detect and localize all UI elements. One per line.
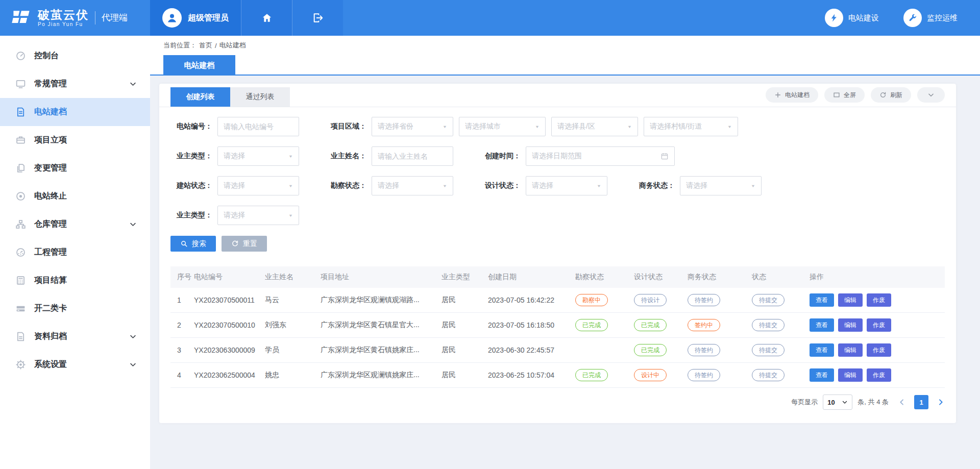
void-button[interactable]: 作废 <box>867 293 891 307</box>
sidebar-item-system-settings[interactable]: 系统设置 <box>0 351 150 379</box>
sidebar-item-station-termination[interactable]: 电站终止 <box>0 182 150 210</box>
sidebar-item-station-filing[interactable]: 电站建档 <box>0 98 150 126</box>
build-status-label: 建站状态： <box>170 181 217 190</box>
city-select[interactable]: 请选择城市▼ <box>459 117 546 136</box>
collapse-toolbar-button[interactable] <box>917 87 945 103</box>
person-icon <box>166 12 178 24</box>
edit-button[interactable]: 编辑 <box>838 368 863 382</box>
sidebar-item-engineering-mgmt[interactable]: 工程管理 <box>0 238 150 266</box>
nav-station-build[interactable]: 电站建设 <box>825 9 879 27</box>
edit-button[interactable]: 编辑 <box>838 293 863 307</box>
survey-status-select[interactable]: 请选择▼ <box>372 176 453 195</box>
survey-status-label: 勘察状态： <box>325 181 372 190</box>
county-select[interactable]: 请选择县/区▼ <box>551 117 638 136</box>
table-row: 2 YX2023070500010 刘强东 广东深圳龙华区黄石镇星官大... 居… <box>170 313 945 338</box>
col-owner-type: 业主类型 <box>442 273 488 282</box>
search-label: 搜索 <box>192 239 206 249</box>
design-status-select[interactable]: 请选择▼ <box>526 176 607 195</box>
fullscreen-button[interactable]: 全屏 <box>824 87 865 103</box>
nav-monitor-ops-label: 监控运维 <box>927 13 958 23</box>
header-nav: 电站建设 监控运维 <box>825 0 980 36</box>
nav-monitor-ops[interactable]: 监控运维 <box>903 9 958 27</box>
sidebar-item-console[interactable]: 控制台 <box>0 42 150 70</box>
col-station-id: 电站编号 <box>194 273 265 282</box>
view-button[interactable]: 查看 <box>810 318 834 332</box>
void-button[interactable]: 作废 <box>867 343 891 357</box>
document-icon <box>15 107 26 117</box>
total-count-label: 条, 共 4 条 <box>857 398 889 407</box>
province-select[interactable]: 请选择省份▼ <box>372 117 453 136</box>
pagination: 每页显示 10 条, 共 4 条 1 <box>159 394 945 410</box>
logout-button[interactable] <box>292 0 343 36</box>
sitemap-icon <box>15 219 26 230</box>
sidebar-item-change-mgmt[interactable]: 变更管理 <box>0 154 150 182</box>
col-actions: 操作 <box>810 273 945 282</box>
sidebar-item-project-initiation[interactable]: 项目立项 <box>0 126 150 154</box>
void-button[interactable]: 作废 <box>867 318 891 332</box>
status-badge: 签约中 <box>688 319 720 331</box>
sidebar-item-project-settlement[interactable]: 项目结算 <box>0 266 150 294</box>
chevron-down-icon <box>129 80 137 88</box>
station-no-input[interactable] <box>217 117 299 136</box>
sidebar-item-general-mgmt[interactable]: 常规管理 <box>0 70 150 98</box>
col-business-status: 商务状态 <box>688 273 752 282</box>
owner-name-input[interactable] <box>372 146 453 166</box>
file-icon <box>15 331 26 342</box>
col-index: 序号 <box>170 273 194 282</box>
date-range-picker[interactable]: 请选择日期范围 <box>526 146 675 166</box>
sidebar-item-label: 控制台 <box>34 51 59 61</box>
col-address: 项目地址 <box>321 273 442 282</box>
view-button[interactable]: 查看 <box>810 343 834 357</box>
user-menu[interactable]: 超级管理员 <box>150 0 241 36</box>
tab-create-list[interactable]: 创建列表 <box>170 87 230 107</box>
next-page-button[interactable] <box>937 398 945 406</box>
col-design-status: 设计状态 <box>634 273 688 282</box>
owner-type-select[interactable]: 请选择▼ <box>217 146 299 166</box>
tab-passed-list[interactable]: 通过列表 <box>230 87 290 107</box>
caret-down-icon: ▼ <box>724 125 732 129</box>
home-button[interactable] <box>241 0 292 36</box>
status-badge: 待提交 <box>752 319 785 331</box>
void-button[interactable]: 作废 <box>867 368 891 382</box>
view-button[interactable]: 查看 <box>810 368 834 382</box>
breadcrumb-home[interactable]: 首页 <box>199 41 212 50</box>
avatar[interactable] <box>162 8 182 28</box>
station-no-label: 电站编号： <box>170 122 217 131</box>
refresh-button[interactable]: 刷新 <box>871 87 911 103</box>
lightning-icon <box>829 13 839 22</box>
view-button[interactable]: 查看 <box>810 293 834 307</box>
search-icon <box>180 240 188 248</box>
sidebar-item-label: 电站终止 <box>34 191 67 202</box>
status-badge: 勘察中 <box>575 294 608 306</box>
status-badge: 设计中 <box>634 369 667 381</box>
page-number-button[interactable]: 1 <box>914 395 928 409</box>
sidebar-item-label: 开二类卡 <box>34 303 67 314</box>
build-status-select[interactable]: 请选择▼ <box>217 176 299 195</box>
refresh-icon <box>879 91 887 98</box>
sidebar-item-class2-card[interactable]: 开二类卡 <box>0 294 150 323</box>
logout-icon <box>312 12 324 23</box>
owner-type2-select[interactable]: 请选择▼ <box>217 206 299 225</box>
add-station-button[interactable]: 电站建档 <box>766 87 818 103</box>
table-row: 1 YX2023070500011 马云 广东深圳龙华区观澜镇观湖路... 居民… <box>170 288 945 313</box>
caret-down-icon: ▼ <box>439 184 447 188</box>
edit-button[interactable]: 编辑 <box>838 343 863 357</box>
create-time-label: 创建时间： <box>479 152 526 161</box>
per-page-select[interactable]: 10 <box>823 394 852 410</box>
prev-page-button[interactable] <box>898 398 906 406</box>
logo-subtitle: Po Jian Yun Fu <box>38 21 89 27</box>
sidebar-item-label: 资料归档 <box>34 331 67 342</box>
village-select[interactable]: 请选择村镇/街道▼ <box>644 117 738 136</box>
reset-button[interactable]: 重置 <box>222 236 267 252</box>
design-status-label: 设计状态： <box>479 181 526 190</box>
sidebar-item-label: 变更管理 <box>34 163 67 174</box>
search-button[interactable]: 搜索 <box>170 236 216 252</box>
edit-button[interactable]: 编辑 <box>838 318 863 332</box>
page-tab-station-filing[interactable]: 电站建档 <box>163 55 235 76</box>
sidebar-item-warehouse-mgmt[interactable]: 仓库管理 <box>0 210 150 238</box>
sidebar-item-archives[interactable]: 资料归档 <box>0 323 150 351</box>
gear-icon <box>15 359 26 370</box>
caret-down-icon: ▼ <box>285 213 293 218</box>
card-icon <box>15 303 26 314</box>
business-status-select[interactable]: 请选择▼ <box>680 176 762 195</box>
